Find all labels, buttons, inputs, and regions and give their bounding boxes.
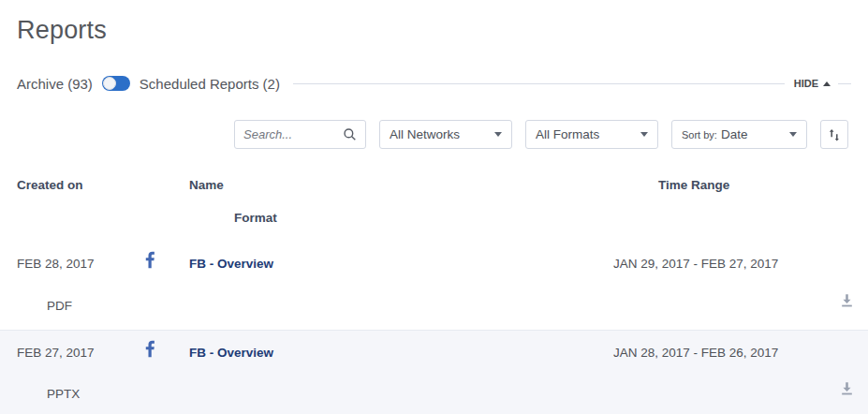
- chevron-down-icon: [789, 132, 797, 137]
- table-row: FEB 27, 2017 FB - Overview JAN 28, 2017 …: [0, 330, 868, 414]
- divider-line: [293, 83, 785, 84]
- format-value: PDF: [47, 299, 72, 313]
- tab-scheduled-reports[interactable]: Scheduled Reports (2): [140, 76, 280, 92]
- sort-by-prefix: Sort by:: [682, 129, 717, 140]
- networks-dropdown[interactable]: All Networks: [379, 120, 512, 149]
- divider-line-short: [838, 83, 851, 84]
- search-box[interactable]: [234, 120, 366, 149]
- tab-archive[interactable]: Archive (93): [17, 76, 93, 92]
- formats-dropdown-value: All Formats: [536, 127, 599, 141]
- facebook-icon: [140, 339, 160, 362]
- archive-scheduled-toggle[interactable]: [102, 76, 130, 91]
- format-value: PPTX: [47, 387, 80, 401]
- toggle-knob: [103, 77, 116, 90]
- page-title: Reports: [17, 16, 107, 45]
- networks-dropdown-value: All Networks: [390, 127, 460, 141]
- sort-by-dropdown[interactable]: Sort by: Date: [671, 120, 807, 149]
- search-input[interactable]: [243, 127, 343, 141]
- column-header-time-range: Time Range: [658, 178, 729, 192]
- column-header-name: Name: [189, 178, 224, 192]
- column-header-created-on: Created on: [17, 178, 83, 192]
- chevron-down-icon: [640, 132, 648, 137]
- created-on-value: FEB 27, 2017: [17, 346, 95, 360]
- column-header-format: Format: [234, 211, 277, 225]
- formats-dropdown[interactable]: All Formats: [525, 120, 658, 149]
- chevron-down-icon: [494, 132, 502, 137]
- sort-by-value: Date: [721, 127, 748, 141]
- report-name-link[interactable]: FB - Overview: [189, 257, 273, 271]
- time-range-value: JAN 28, 2017 - FEB 26, 2017: [613, 346, 778, 360]
- download-button[interactable]: [839, 380, 855, 399]
- time-range-value: JAN 29, 2017 - FEB 27, 2017: [613, 257, 778, 271]
- search-icon[interactable]: [343, 127, 357, 141]
- hide-toggle[interactable]: HIDE: [794, 78, 831, 89]
- reports-page: Reports Archive (93) Scheduled Reports (…: [0, 0, 868, 414]
- download-icon: [839, 292, 855, 308]
- filter-toolbar: All Networks All Formats Sort by: Date: [234, 120, 848, 149]
- hide-label: HIDE: [794, 78, 818, 89]
- download-button[interactable]: [839, 292, 855, 311]
- created-on-value: FEB 28, 2017: [17, 257, 95, 271]
- chevron-up-icon: [823, 81, 831, 86]
- table-header: Created on Name Time Range Format: [0, 172, 868, 239]
- sort-arrows-icon: [827, 127, 842, 142]
- facebook-icon: [140, 250, 160, 273]
- table-row: FEB 28, 2017 FB - Overview JAN 29, 2017 …: [0, 239, 868, 330]
- archive-toggle-row: Archive (93) Scheduled Reports (2) HIDE: [17, 74, 851, 93]
- report-name-link[interactable]: FB - Overview: [189, 346, 273, 360]
- download-icon: [839, 380, 855, 396]
- sort-direction-button[interactable]: [820, 120, 848, 149]
